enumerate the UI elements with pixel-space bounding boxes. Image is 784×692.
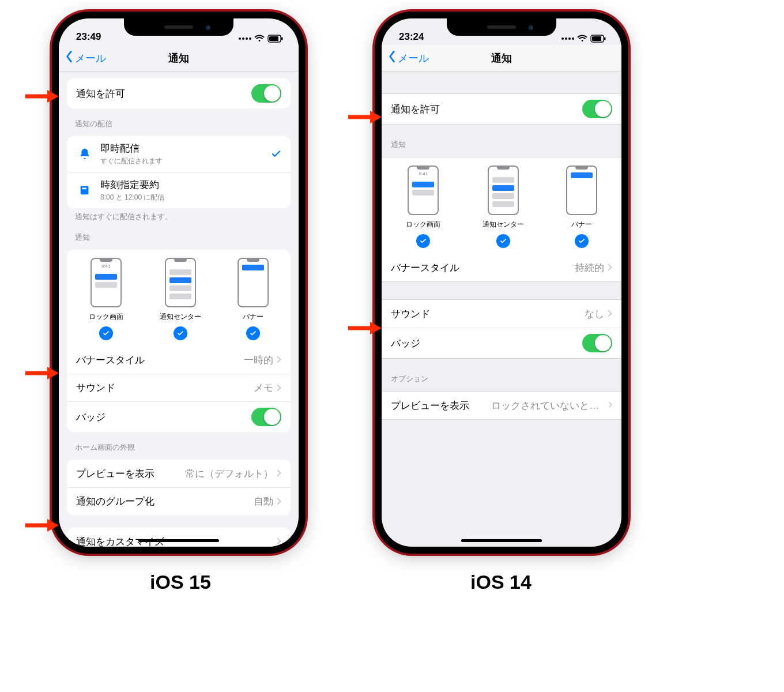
row-allow-notifications[interactable]: 通知を許可 bbox=[382, 94, 621, 124]
header-styles: 通知 bbox=[75, 232, 282, 243]
group-allow: 通知を許可 bbox=[382, 93, 621, 125]
row-badge[interactable]: バッジ bbox=[67, 401, 291, 432]
nav-title: 通知 bbox=[168, 51, 189, 65]
content[interactable]: 通知を許可 通知 9:41 bbox=[382, 72, 621, 547]
row-badge[interactable]: バッジ bbox=[382, 328, 621, 358]
allow-label: 通知を許可 bbox=[391, 103, 440, 116]
back-button[interactable]: メール bbox=[65, 50, 106, 66]
badge-label: バッジ bbox=[76, 411, 105, 424]
item-title: 即時配信 bbox=[100, 142, 271, 155]
svg-marker-7 bbox=[47, 90, 59, 103]
bell-icon bbox=[76, 148, 93, 160]
banner-preview-icon bbox=[566, 166, 597, 215]
grouping-value: 自動 bbox=[254, 495, 281, 508]
row-customize-notifications[interactable]: 通知をカスタマイズ bbox=[67, 528, 291, 547]
nav-bar: メール 通知 bbox=[59, 45, 299, 72]
footer-delivery: 通知はすぐに配信されます。 bbox=[75, 212, 282, 222]
style-chooser: 9:41 ロック画面 bbox=[382, 157, 621, 254]
annotation-arrow-icon bbox=[24, 89, 59, 104]
row-scheduled-summary[interactable]: 時刻指定要約 8:00 と 12:00 に配信 bbox=[67, 172, 291, 208]
cellular-icon bbox=[561, 37, 574, 40]
phone-ios15: 23:49 bbox=[52, 12, 306, 565]
nav-title: 通知 bbox=[491, 51, 512, 65]
banner-style-value: 持続的 bbox=[575, 261, 612, 274]
checkmark-circle-icon bbox=[99, 326, 113, 340]
style-notification-center[interactable]: 通知センター bbox=[160, 258, 201, 340]
style-lockscreen[interactable]: 9:41 ロック画面 bbox=[406, 166, 440, 248]
style-label: 通知センター bbox=[483, 220, 524, 230]
home-indicator[interactable] bbox=[138, 539, 219, 542]
newspaper-icon bbox=[76, 184, 93, 197]
group-allow: 通知を許可 bbox=[67, 78, 291, 108]
item-title: 時刻指定要約 bbox=[100, 178, 281, 191]
battery-icon bbox=[590, 35, 606, 43]
style-lockscreen[interactable]: 9:41 ロック画面 bbox=[89, 258, 123, 340]
chevron-left-icon bbox=[387, 50, 397, 66]
notch bbox=[124, 18, 233, 36]
screen: 23:24 bbox=[382, 18, 621, 547]
preview-time: 9:41 bbox=[409, 171, 438, 176]
style-banner[interactable]: バナー bbox=[238, 258, 269, 340]
row-preview[interactable]: プレビューを表示 常に（デフォルト） bbox=[67, 460, 291, 487]
sound-label: サウンド bbox=[76, 381, 115, 394]
style-chooser: 9:41 ロック画面 bbox=[67, 250, 291, 346]
group-appearance: プレビューを表示 常に（デフォルト） 通知のグループ化 自動 bbox=[67, 460, 291, 515]
badge-switch[interactable] bbox=[582, 334, 612, 352]
sound-label: サウンド bbox=[391, 307, 430, 321]
group-options: プレビューを表示 ロックされていないときの… bbox=[382, 391, 621, 420]
badge-switch[interactable] bbox=[251, 408, 281, 426]
svg-rect-1 bbox=[269, 36, 278, 41]
badge-label: バッジ bbox=[391, 337, 420, 350]
caption-ios15: iOS 15 bbox=[150, 571, 211, 593]
group-customize: 通知をカスタマイズ bbox=[67, 528, 291, 547]
grouping-label: 通知のグループ化 bbox=[76, 495, 154, 508]
allow-switch[interactable] bbox=[251, 84, 281, 103]
group-sound: サウンド なし バッジ bbox=[382, 299, 621, 359]
checkmark-circle-icon bbox=[174, 326, 187, 340]
svg-marker-11 bbox=[47, 519, 59, 532]
row-immediate-delivery[interactable]: 即時配信 すぐに配信されます bbox=[67, 136, 291, 172]
chevron-left-icon bbox=[65, 50, 74, 66]
row-banner-style[interactable]: バナースタイル 持続的 bbox=[382, 254, 621, 281]
svg-marker-13 bbox=[370, 111, 382, 123]
status-icons bbox=[239, 35, 284, 43]
banner-style-label: バナースタイル bbox=[391, 261, 459, 274]
chevron-right-icon bbox=[608, 310, 612, 318]
home-indicator[interactable] bbox=[461, 539, 542, 542]
sound-value: メモ bbox=[254, 381, 281, 394]
stage: 23:49 bbox=[0, 0, 784, 692]
notch bbox=[447, 18, 556, 36]
style-label: バナー bbox=[243, 312, 263, 322]
content[interactable]: 通知を許可 通知の配信 bbox=[59, 72, 299, 547]
row-preview[interactable]: プレビューを表示 ロックされていないときの… bbox=[382, 392, 621, 419]
item-subtitle: 8:00 と 12:00 に配信 bbox=[100, 193, 281, 202]
header-styles: 通知 bbox=[391, 140, 612, 150]
row-grouping[interactable]: 通知のグループ化 自動 bbox=[67, 487, 291, 515]
phone-frame: 23:24 bbox=[375, 12, 628, 554]
caption-ios14: iOS 14 bbox=[470, 571, 532, 593]
item-subtitle: すぐに配信されます bbox=[100, 156, 271, 166]
status-time: 23:49 bbox=[76, 31, 101, 43]
style-notification-center[interactable]: 通知センター bbox=[483, 166, 524, 248]
row-sound[interactable]: サウンド メモ bbox=[67, 374, 291, 401]
chevron-right-icon bbox=[277, 498, 281, 506]
annotation-arrow-icon bbox=[347, 110, 382, 125]
style-banner[interactable]: バナー bbox=[566, 166, 597, 248]
chevron-right-icon bbox=[277, 537, 281, 546]
switch-wrap bbox=[251, 84, 281, 103]
back-button[interactable]: メール bbox=[387, 50, 429, 66]
phone-frame: 23:49 bbox=[52, 12, 306, 554]
header-appearance: ホーム画面の外観 bbox=[75, 442, 282, 453]
chevron-wrap bbox=[277, 537, 281, 546]
allow-switch[interactable] bbox=[582, 100, 612, 118]
annotation-arrow-icon bbox=[24, 366, 59, 381]
lockscreen-preview-icon: 9:41 bbox=[91, 258, 122, 307]
chevron-right-icon bbox=[608, 401, 612, 409]
style-label: バナー bbox=[571, 220, 592, 230]
row-sound[interactable]: サウンド なし bbox=[382, 300, 621, 328]
row-allow-notifications[interactable]: 通知を許可 bbox=[67, 78, 291, 108]
back-label: メール bbox=[75, 51, 106, 65]
status-icons bbox=[561, 35, 606, 43]
row-banner-style[interactable]: バナースタイル 一時的 bbox=[67, 346, 291, 374]
svg-rect-5 bbox=[604, 37, 606, 40]
